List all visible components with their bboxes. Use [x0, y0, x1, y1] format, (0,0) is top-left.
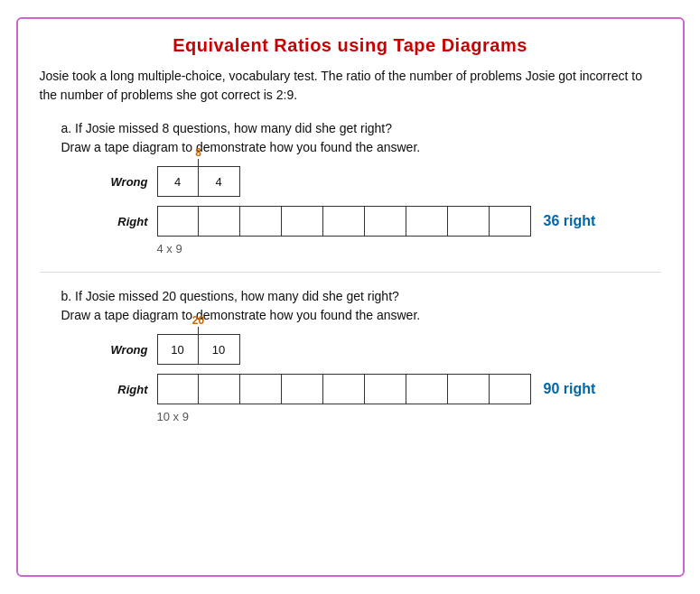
part-a-right-label: Right	[94, 215, 148, 228]
part-a-right-box-3	[240, 206, 282, 237]
part-b-right-box-2	[199, 374, 240, 404]
part-b-line1: b. If Josie missed 20 questions, how man…	[61, 289, 399, 303]
part-b-wrong-label: Wrong	[94, 343, 148, 357]
part-b-brace-tick	[198, 327, 199, 334]
part-a-line2: Draw a tape diagram to demonstrate how y…	[61, 140, 421, 154]
part-a-right-boxes	[157, 206, 531, 237]
part-a-right-box-9	[490, 206, 531, 237]
part-a-right-box-1	[157, 206, 199, 237]
part-a-wrong-label: Wrong	[94, 175, 148, 189]
part-b-right-box-6	[365, 374, 406, 404]
part-b-right-box-8	[448, 374, 490, 404]
part-b-right-boxes	[157, 374, 531, 404]
part-b: b. If Josie missed 20 questions, how man…	[40, 287, 661, 423]
part-b-wrong-wrapper: 20 10 10	[157, 334, 240, 365]
part-a-brace-tick	[198, 159, 199, 166]
part-a-right-box-2	[199, 206, 240, 237]
part-a-wrong-boxes: 4 4	[157, 166, 240, 197]
part-a-right-box-5	[323, 206, 365, 237]
part-a-wrong-box-2: 4	[199, 166, 240, 197]
part-b-right-box-1	[157, 374, 199, 404]
part-a-answer: 36 right	[544, 213, 596, 229]
part-a-wrong-row: Wrong 8 4 4	[94, 166, 240, 197]
part-b-right-box-9	[490, 374, 531, 404]
main-card: Equivalent Ratios using Tape Diagrams Jo…	[16, 17, 685, 577]
part-b-wrong-row: Wrong 20 10 10	[94, 334, 240, 365]
part-a: a. If Josie missed 8 questions, how many…	[40, 119, 661, 255]
part-b-wrong-boxes: 10 10	[157, 334, 240, 365]
page-title: Equivalent Ratios using Tape Diagrams	[40, 35, 661, 56]
part-a-right-box-8	[448, 206, 490, 237]
part-b-right-label: Right	[94, 383, 148, 396]
part-a-brace: 8	[157, 146, 240, 166]
part-b-right-box-4	[282, 374, 323, 404]
part-b-wrong-box-1: 10	[157, 334, 199, 365]
part-b-right-box-5	[323, 374, 365, 404]
part-a-line1: a. If Josie missed 8 questions, how many…	[61, 121, 393, 135]
part-b-question: b. If Josie missed 20 questions, how man…	[61, 287, 661, 325]
part-a-wrong-wrapper: 8 4 4	[157, 166, 240, 197]
part-b-formula-row: 10 x 9	[157, 406, 189, 423]
part-a-formula: 4 x 9	[157, 242, 182, 255]
part-b-wrong-box-2: 10	[199, 334, 240, 365]
part-b-brace: 20	[157, 314, 240, 334]
intro-text: Josie took a long multiple-choice, vocab…	[40, 67, 661, 105]
part-a-diagram: Wrong 8 4 4 Right	[94, 166, 661, 255]
part-a-question: a. If Josie missed 8 questions, how many…	[61, 119, 661, 157]
part-b-formula: 10 x 9	[157, 410, 189, 423]
part-a-right-box-4	[282, 206, 323, 237]
part-b-brace-num: 20	[157, 314, 240, 327]
part-b-right-box-3	[240, 374, 282, 404]
part-a-formula-row: 4 x 9	[157, 238, 182, 255]
part-b-diagram: Wrong 20 10 10 Right	[94, 334, 661, 423]
part-a-right-box-7	[406, 206, 448, 237]
part-b-line2: Draw a tape diagram to demonstrate how y…	[61, 308, 421, 322]
part-a-brace-num: 8	[157, 146, 240, 159]
part-a-right-row: Right 36 right	[94, 206, 596, 237]
divider	[40, 272, 661, 273]
part-a-right-box-6	[365, 206, 406, 237]
part-b-answer: 90 right	[544, 381, 596, 397]
part-b-right-box-7	[406, 374, 448, 404]
part-a-wrong-box-1: 4	[157, 166, 199, 197]
part-b-right-row: Right 90 right	[94, 374, 596, 404]
